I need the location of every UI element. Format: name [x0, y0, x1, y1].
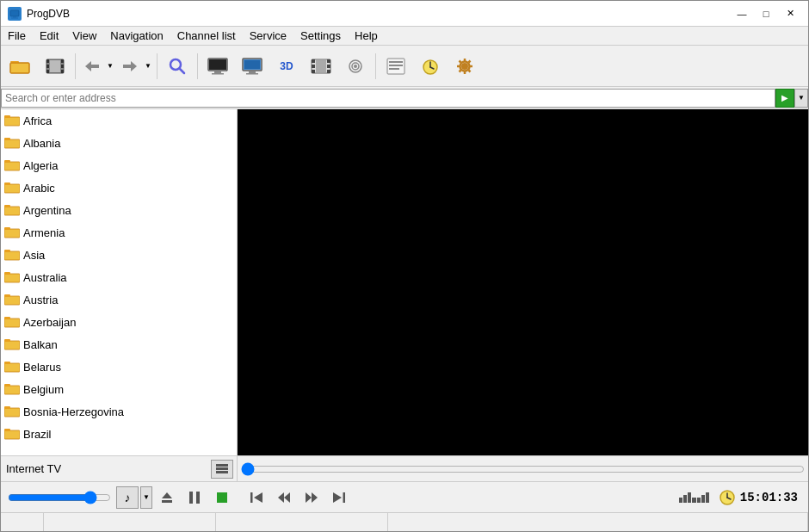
- menu-channel-list[interactable]: Channel list: [170, 27, 243, 45]
- folder-icon: [4, 181, 20, 195]
- svg-rect-36: [327, 65, 330, 68]
- tv-button[interactable]: [236, 50, 269, 83]
- timer-button[interactable]: [414, 50, 447, 83]
- channel-name: Bosnia-Herzegovina: [23, 405, 124, 418]
- svg-rect-73: [4, 272, 10, 275]
- svg-rect-92: [162, 500, 172, 503]
- svg-rect-75: [4, 294, 10, 297]
- channel-name: Belarus: [23, 361, 61, 374]
- svg-rect-72: [4, 274, 20, 282]
- channel-item[interactable]: Arabic: [1, 176, 237, 199]
- menu-service[interactable]: Service: [243, 27, 293, 45]
- menu-file[interactable]: File: [1, 27, 33, 45]
- svg-rect-27: [244, 60, 260, 69]
- svg-rect-61: [4, 138, 10, 140]
- svg-rect-28: [249, 71, 256, 73]
- antenna-button[interactable]: [339, 50, 372, 83]
- menu-settings[interactable]: Settings: [293, 27, 348, 45]
- svg-rect-58: [4, 117, 20, 126]
- window-controls: — □ ✕: [731, 5, 801, 22]
- channel-item[interactable]: Argentina: [1, 199, 237, 221]
- svg-point-48: [461, 63, 468, 70]
- forward-button[interactable]: [117, 50, 143, 83]
- horizontal-scrollbar[interactable]: [241, 463, 805, 475]
- channel-item[interactable]: Armenia: [1, 221, 237, 244]
- svg-line-55: [469, 60, 471, 62]
- settings-button[interactable]: [448, 50, 481, 83]
- bar-sep: [692, 498, 696, 503]
- toolbar-separator-3: [197, 53, 198, 79]
- channel-item[interactable]: Balkan: [1, 333, 237, 356]
- stop-button[interactable]: [209, 486, 235, 510]
- channel-name: Azerbaijan: [23, 316, 76, 329]
- internet-tv-label: Internet TV: [4, 462, 209, 475]
- music-note-button[interactable]: ♪: [116, 486, 139, 509]
- channel-item[interactable]: Australia: [1, 266, 237, 288]
- svg-rect-23: [212, 73, 224, 75]
- volume-slider[interactable]: [8, 491, 111, 504]
- monitor-button[interactable]: [201, 50, 234, 83]
- menu-bar: File Edit View Navigation Channel list S…: [1, 27, 808, 46]
- menu-view[interactable]: View: [65, 27, 103, 45]
- search-button[interactable]: [161, 50, 194, 83]
- back-dropdown[interactable]: ▼: [105, 50, 115, 83]
- search-input[interactable]: [1, 89, 775, 108]
- open-folder-button[interactable]: [4, 50, 37, 83]
- skip-back-button[interactable]: [244, 486, 269, 510]
- fast-forward-button[interactable]: [299, 486, 324, 510]
- svg-line-20: [180, 68, 185, 73]
- controls-bar: ♪ ▼: [1, 481, 808, 512]
- svg-rect-43: [389, 65, 403, 66]
- list-view-button[interactable]: [211, 460, 233, 479]
- 3d-button[interactable]: 3D: [270, 50, 303, 83]
- epg-button[interactable]: [380, 50, 412, 83]
- pause-button[interactable]: [182, 486, 207, 510]
- internet-tv-bar: Internet TV: [1, 456, 238, 481]
- film-strip-button[interactable]: [39, 50, 71, 83]
- svg-rect-69: [4, 227, 10, 230]
- channel-item[interactable]: Africa: [1, 109, 237, 132]
- search-dropdown-button[interactable]: ▼: [794, 89, 808, 108]
- svg-marker-97: [254, 492, 262, 503]
- rewind-button[interactable]: [271, 486, 297, 510]
- film-button[interactable]: [305, 50, 337, 83]
- forward-dropdown[interactable]: ▼: [143, 50, 153, 83]
- back-button[interactable]: [79, 50, 105, 83]
- channel-item[interactable]: Brazil: [1, 423, 237, 445]
- svg-rect-93: [189, 492, 193, 504]
- folder-icon: [4, 114, 20, 127]
- channel-item[interactable]: Bosnia-Herzegovina: [1, 400, 237, 423]
- svg-rect-4: [10, 63, 29, 73]
- search-play-button[interactable]: ▶: [775, 89, 794, 108]
- time-display: 15:01:33: [740, 491, 805, 504]
- channel-item[interactable]: Belarus: [1, 356, 237, 378]
- close-button[interactable]: ✕: [779, 5, 801, 22]
- svg-rect-87: [4, 429, 10, 431]
- menu-navigation[interactable]: Navigation: [103, 27, 170, 45]
- svg-point-40: [354, 65, 357, 68]
- channel-item[interactable]: Asia: [1, 244, 237, 266]
- search-bar: ▶ ▼: [1, 87, 808, 109]
- menu-edit[interactable]: Edit: [33, 27, 65, 45]
- svg-rect-88: [216, 464, 228, 467]
- svg-marker-101: [312, 492, 318, 503]
- channel-name: Australia: [23, 271, 67, 284]
- clock-button[interactable]: [716, 486, 738, 509]
- maximize-button[interactable]: □: [755, 5, 777, 22]
- channel-item[interactable]: Algeria: [1, 154, 237, 176]
- minimize-button[interactable]: —: [731, 5, 753, 22]
- folder-icon: [4, 203, 20, 217]
- svg-rect-96: [250, 492, 253, 503]
- content-area: Africa Albania Algeria Arabic Argentina …: [1, 109, 808, 455]
- music-dropdown-button[interactable]: ▼: [140, 486, 152, 509]
- channel-item[interactable]: Belgium: [1, 378, 237, 400]
- channel-item[interactable]: Austria: [1, 288, 237, 311]
- channel-item[interactable]: Azerbaijan: [1, 311, 237, 333]
- folder-icon: [4, 226, 20, 239]
- toolbar-separator-1: [75, 53, 76, 79]
- skip-forward-button[interactable]: [326, 486, 352, 510]
- eject-button[interactable]: [154, 486, 180, 510]
- channel-item[interactable]: Albania: [1, 132, 237, 154]
- svg-rect-62: [4, 162, 20, 170]
- menu-help[interactable]: Help: [348, 27, 385, 45]
